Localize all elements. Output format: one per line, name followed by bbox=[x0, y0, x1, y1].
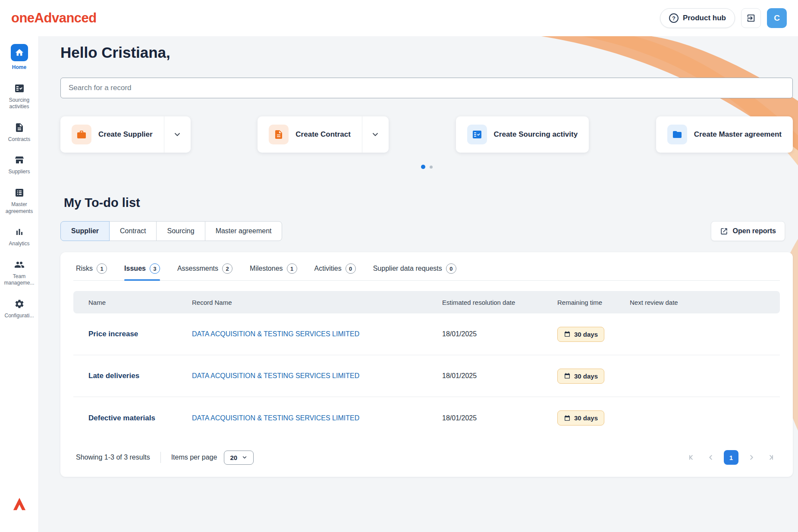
tab-activities[interactable]: Activities 0 bbox=[314, 263, 356, 280]
filter-supplier[interactable]: Supplier bbox=[60, 221, 110, 241]
last-page-button[interactable] bbox=[764, 451, 776, 463]
tab-assessments[interactable]: Assessments 2 bbox=[177, 263, 232, 280]
tab-label: Risks bbox=[76, 265, 93, 272]
table-row: Defective materials DATA ACQUISITION & T… bbox=[73, 397, 780, 439]
logout-button[interactable] bbox=[741, 8, 761, 28]
filter-master-agreement[interactable]: Master agreement bbox=[205, 221, 283, 241]
sidebar-item-sourcing-activities[interactable]: Sourcing activities bbox=[1, 83, 38, 110]
user-avatar[interactable]: C bbox=[767, 8, 787, 28]
open-reports-button[interactable]: Open reports bbox=[711, 221, 785, 241]
sidebar-item-home[interactable]: Home bbox=[1, 44, 38, 71]
filter-contract[interactable]: Contract bbox=[109, 221, 157, 241]
create-supplier-button[interactable]: Create Supplier bbox=[60, 116, 164, 153]
chevron-left-icon bbox=[706, 453, 716, 462]
create-contract-dropdown[interactable] bbox=[362, 116, 389, 153]
remaining-time-badge: 30 days bbox=[557, 369, 604, 384]
record-name-link[interactable]: DATA ACQUISITION & TESTING SERVICES LIMI… bbox=[192, 330, 442, 338]
advanced-mark-logo bbox=[12, 497, 27, 513]
create-sourcing-activity-card: Create Sourcing activity bbox=[456, 116, 589, 153]
tab-count-badge: 0 bbox=[446, 263, 456, 274]
record-search bbox=[60, 78, 793, 98]
create-contract-button[interactable]: Create Contract bbox=[258, 116, 362, 153]
column-next-review-date: Next review date bbox=[630, 299, 780, 306]
create-supplier-card: Create Supplier bbox=[60, 116, 191, 153]
items-per-page-value: 20 bbox=[230, 454, 237, 461]
sidebar-item-master-agreements[interactable]: Master agreements bbox=[1, 187, 38, 215]
column-record-name: Record Name bbox=[192, 299, 442, 306]
sidebar-item-label: Configurati... bbox=[4, 313, 34, 319]
card-label: Create Master agreement bbox=[694, 130, 782, 139]
tab-label: Supplier data requests bbox=[373, 265, 442, 272]
next-page-button[interactable] bbox=[745, 451, 757, 463]
items-per-page-select[interactable]: 20 bbox=[224, 451, 254, 465]
page-greeting: Hello Cristiana, bbox=[60, 44, 798, 61]
carousel-dot-1[interactable] bbox=[421, 165, 425, 169]
card-label: Create Contract bbox=[295, 130, 351, 139]
oneadvanced-logo[interactable]: oneAdvanced bbox=[11, 10, 97, 26]
table-header: Name Record Name Estimated resolution da… bbox=[73, 291, 780, 313]
tab-count-badge: 0 bbox=[346, 263, 356, 274]
sidebar-item-team-management[interactable]: Team manageme... bbox=[1, 259, 38, 287]
record-name-link[interactable]: DATA ACQUISITION & TESTING SERVICES LIMI… bbox=[192, 372, 442, 380]
home-icon bbox=[11, 44, 28, 61]
main-area: Hello Cristiana, Create Supplier bbox=[39, 36, 798, 532]
remaining-time-badge: 30 days bbox=[557, 327, 604, 342]
product-hub-button[interactable]: ? Product hub bbox=[660, 8, 735, 28]
team-management-icon bbox=[14, 259, 25, 270]
last-page-icon bbox=[766, 453, 775, 462]
create-sourcing-activity-button[interactable]: Create Sourcing activity bbox=[456, 116, 589, 153]
tab-label: Activities bbox=[314, 265, 342, 272]
sidebar-item-label: Home bbox=[12, 64, 26, 71]
table-row: Price increase DATA ACQUISITION & TESTIN… bbox=[73, 313, 780, 355]
carousel-dot-2[interactable] bbox=[430, 166, 433, 169]
card-label: Create Supplier bbox=[98, 130, 153, 139]
folder-icon bbox=[667, 125, 687, 144]
issue-name-link[interactable]: Late deliveries bbox=[88, 372, 192, 380]
search-input[interactable] bbox=[60, 78, 793, 98]
sidebar-item-configuration[interactable]: Configurati... bbox=[1, 298, 38, 319]
previous-page-button[interactable] bbox=[705, 451, 717, 463]
sidebar-item-contracts[interactable]: Contracts bbox=[1, 122, 38, 143]
briefcase-icon bbox=[72, 125, 91, 144]
tab-issues[interactable]: Issues 3 bbox=[124, 263, 160, 280]
sidebar-item-analytics[interactable]: Analytics bbox=[1, 226, 38, 247]
tab-supplier-data-requests[interactable]: Supplier data requests 0 bbox=[373, 263, 456, 280]
resolution-date: 18/01/2025 bbox=[442, 372, 557, 380]
column-name: Name bbox=[88, 299, 192, 306]
app-window: oneAdvanced ? Product hub C Home Sourcin… bbox=[0, 0, 798, 532]
current-page-button[interactable]: 1 bbox=[724, 450, 738, 465]
tab-label: Milestones bbox=[250, 265, 283, 272]
remaining-time-label: 30 days bbox=[574, 372, 598, 380]
contracts-icon bbox=[14, 122, 25, 133]
showing-results-text: Showing 1-3 of 3 results bbox=[76, 454, 150, 461]
first-page-button[interactable] bbox=[686, 451, 698, 463]
issue-name-link[interactable]: Defective materials bbox=[88, 414, 192, 422]
card-label: Create Sourcing activity bbox=[494, 130, 578, 139]
todo-panel: Risks 1 Issues 3 Assessments 2 Milestone… bbox=[60, 252, 793, 477]
logout-icon bbox=[746, 13, 756, 23]
create-supplier-dropdown[interactable] bbox=[164, 116, 191, 153]
tab-risks[interactable]: Risks 1 bbox=[76, 263, 107, 280]
todo-filter-bar: Supplier Contract Sourcing Master agreem… bbox=[60, 221, 785, 241]
todo-tabs: Risks 1 Issues 3 Assessments 2 Milestone… bbox=[73, 256, 780, 281]
issue-name-link[interactable]: Price increase bbox=[88, 330, 192, 338]
create-contract-card: Create Contract bbox=[258, 116, 389, 153]
top-bar-actions: ? Product hub C bbox=[660, 8, 787, 28]
record-name-link[interactable]: DATA ACQUISITION & TESTING SERVICES LIMI… bbox=[192, 414, 442, 422]
tab-count-badge: 3 bbox=[150, 263, 160, 274]
create-master-agreement-button[interactable]: Create Master agreement bbox=[656, 116, 793, 153]
master-agreements-icon bbox=[14, 187, 25, 198]
sidebar-item-label: Sourcing activities bbox=[1, 97, 38, 110]
tab-milestones[interactable]: Milestones 1 bbox=[250, 263, 297, 280]
remaining-time-label: 30 days bbox=[574, 331, 598, 338]
help-icon: ? bbox=[669, 13, 679, 23]
tab-count-badge: 1 bbox=[287, 263, 297, 274]
sidebar-item-suppliers[interactable]: Suppliers bbox=[1, 154, 38, 175]
filter-sourcing[interactable]: Sourcing bbox=[156, 221, 205, 241]
create-master-agreement-card: Create Master agreement bbox=[656, 116, 793, 153]
main-content: Hello Cristiana, Create Supplier bbox=[39, 44, 798, 477]
sidebar: Home Sourcing activities Contracts Suppl… bbox=[0, 36, 39, 532]
configuration-gear-icon bbox=[14, 298, 25, 310]
tab-count-badge: 1 bbox=[97, 263, 107, 274]
items-per-page-label: Items per page bbox=[171, 454, 217, 461]
